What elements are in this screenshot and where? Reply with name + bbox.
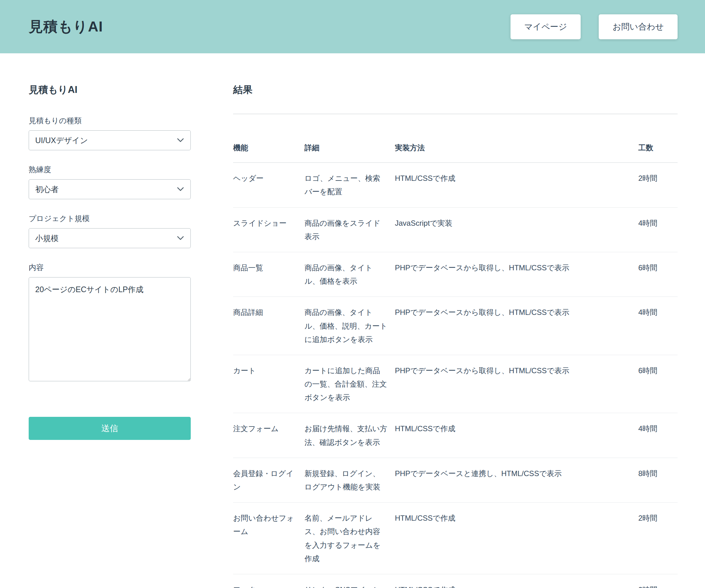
- project-scale-field: プロジェクト規模 小規模: [29, 214, 191, 248]
- header-buttons: マイページ お問い合わせ: [511, 14, 677, 39]
- detail-cell: 商品の画像、タイトル、価格を表示: [304, 252, 395, 297]
- results-divider: [233, 114, 677, 114]
- method-cell: HTML/CSSで作成: [395, 163, 638, 207]
- results-title: 結果: [233, 83, 677, 96]
- detail-cell: お届け先情報、支払い方法、確認ボタンを表示: [304, 413, 395, 457]
- feature-cell: フッター: [233, 574, 304, 588]
- method-cell: PHPでデータベースと連携し、HTML/CSSで表示: [395, 458, 638, 502]
- table-header-row: 機能 詳細 実装方法 工数: [233, 141, 677, 163]
- hours-cell: 2時間: [638, 503, 677, 574]
- skill-level-select[interactable]: 初心者: [29, 179, 191, 199]
- column-header-detail: 詳細: [304, 141, 395, 163]
- project-scale-select[interactable]: 小規模: [29, 228, 191, 248]
- estimate-type-field: 見積もりの種類 UI/UXデザイン: [29, 116, 191, 150]
- main-content: 見積もりAI 見積もりの種類 UI/UXデザイン 熟練度 初心者: [0, 53, 705, 588]
- feature-cell: 会員登録・ログイン: [233, 458, 304, 502]
- detail-cell: ロゴ、メニュー、検索バーを配置: [304, 163, 395, 207]
- feature-cell: スライドショー: [233, 208, 304, 252]
- content-textarea[interactable]: 20ページのECサイトのLP作成: [29, 277, 191, 381]
- feature-cell: ヘッダー: [233, 163, 304, 207]
- table-body: ヘッダー ロゴ、メニュー、検索バーを配置 HTML/CSSで作成 2時間 スライ…: [233, 163, 677, 588]
- column-header-hours: 工数: [638, 141, 677, 163]
- hours-cell: 4時間: [638, 208, 677, 252]
- table-row: カート カートに追加した商品の一覧、合計金額、注文ボタンを表示 PHPでデータベ…: [233, 355, 677, 413]
- hours-cell: 2時間: [638, 574, 677, 588]
- detail-cell: 名前、メールアドレス、お問い合わせ内容を入力するフォームを作成: [304, 503, 395, 574]
- detail-cell: 商品の画像をスライド表示: [304, 208, 395, 252]
- method-cell: HTML/CSSで作成: [395, 413, 638, 457]
- table-row: ヘッダー ロゴ、メニュー、検索バーを配置 HTML/CSSで作成 2時間: [233, 163, 677, 207]
- feature-cell: 商品詳細: [233, 297, 304, 355]
- method-cell: PHPでデータベースから取得し、HTML/CSSで表示: [395, 355, 638, 413]
- detail-cell: 商品の画像、タイトル、価格、説明、カートに追加ボタンを表示: [304, 297, 395, 355]
- content-field: 内容 20ページのECサイトのLP作成: [29, 263, 191, 382]
- hours-cell: 8時間: [638, 458, 677, 502]
- hours-cell: 4時間: [638, 413, 677, 457]
- form-title: 見積もりAI: [29, 83, 191, 96]
- detail-cell: 新規登録、ログイン、ログアウト機能を実装: [304, 458, 395, 502]
- table-row: 注文フォーム お届け先情報、支払い方法、確認ボタンを表示 HTML/CSSで作成…: [233, 413, 677, 458]
- column-header-feature: 機能: [233, 141, 304, 163]
- app-header: 見積もりAI マイページ お問い合わせ: [0, 0, 705, 53]
- skill-level-label: 熟練度: [29, 165, 191, 175]
- method-cell: JavaScriptで実装: [395, 208, 638, 252]
- table-row: 商品詳細 商品の画像、タイトル、価格、説明、カートに追加ボタンを表示 PHPでデ…: [233, 297, 677, 355]
- hours-cell: 2時間: [638, 163, 677, 207]
- skill-level-field: 熟練度 初心者: [29, 165, 191, 199]
- detail-cell: リンク、SNSアイコンを表示: [304, 574, 395, 588]
- hours-cell: 6時間: [638, 355, 677, 413]
- app-title: 見積もりAI: [29, 17, 103, 37]
- feature-cell: お問い合わせフォーム: [233, 503, 304, 574]
- table-row: お問い合わせフォーム 名前、メールアドレス、お問い合わせ内容を入力するフォームを…: [233, 503, 677, 574]
- column-header-method: 実装方法: [395, 141, 638, 163]
- method-cell: HTML/CSSで作成: [395, 574, 638, 588]
- hours-cell: 6時間: [638, 252, 677, 297]
- table-row: スライドショー 商品の画像をスライド表示 JavaScriptで実装 4時間: [233, 208, 677, 252]
- estimate-type-select[interactable]: UI/UXデザイン: [29, 130, 191, 150]
- results-table: 機能 詳細 実装方法 工数 ヘッダー ロゴ、メニュー、検索バーを配置 HTML/…: [233, 141, 677, 588]
- estimate-type-label: 見積もりの種類: [29, 116, 191, 126]
- submit-button[interactable]: 送信: [29, 417, 191, 440]
- method-cell: HTML/CSSで作成: [395, 503, 638, 574]
- table-row: フッター リンク、SNSアイコンを表示 HTML/CSSで作成 2時間: [233, 574, 677, 588]
- estimate-form: 見積もりAI 見積もりの種類 UI/UXデザイン 熟練度 初心者: [29, 83, 191, 440]
- feature-cell: カート: [233, 355, 304, 413]
- feature-cell: 注文フォーム: [233, 413, 304, 457]
- content-label: 内容: [29, 263, 191, 272]
- results-panel: 結果 機能 詳細 実装方法 工数 ヘッダー ロゴ、メニュー、検索バーを配置 HT…: [233, 83, 677, 588]
- contact-button[interactable]: お問い合わせ: [599, 14, 677, 39]
- table-row: 商品一覧 商品の画像、タイトル、価格を表示 PHPでデータベースから取得し、HT…: [233, 252, 677, 297]
- hours-cell: 4時間: [638, 297, 677, 355]
- method-cell: PHPでデータベースから取得し、HTML/CSSで表示: [395, 297, 638, 355]
- project-scale-label: プロジェクト規模: [29, 214, 191, 224]
- feature-cell: 商品一覧: [233, 252, 304, 297]
- detail-cell: カートに追加した商品の一覧、合計金額、注文ボタンを表示: [304, 355, 395, 413]
- table-row: 会員登録・ログイン 新規登録、ログイン、ログアウト機能を実装 PHPでデータベー…: [233, 458, 677, 503]
- mypage-button[interactable]: マイページ: [511, 14, 581, 39]
- method-cell: PHPでデータベースから取得し、HTML/CSSで表示: [395, 252, 638, 297]
